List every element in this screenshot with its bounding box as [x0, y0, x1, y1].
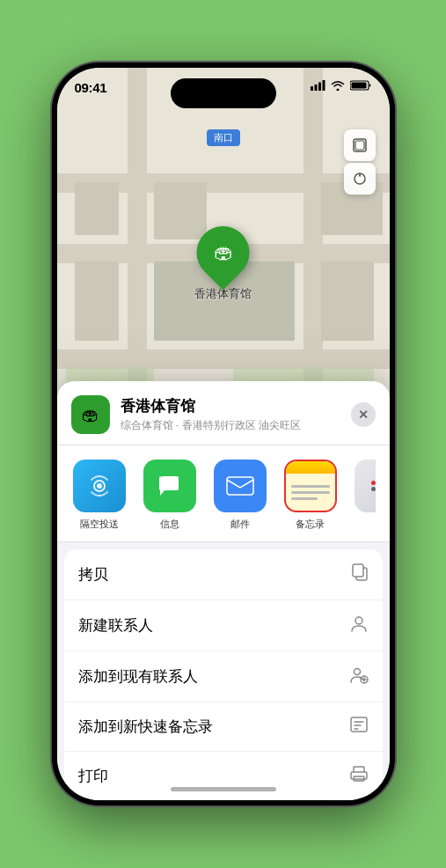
- new-contact-icon: [349, 614, 369, 637]
- status-icons: [311, 80, 372, 91]
- action-add-note-label: 添加到新快速备忘录: [78, 717, 349, 737]
- action-new-contact[interactable]: 新建联系人: [64, 600, 383, 651]
- dynamic-island: [171, 78, 276, 108]
- messages-icon: [143, 460, 196, 512]
- venue-icon: 🏟: [71, 395, 110, 434]
- share-app-messages[interactable]: 信息: [142, 460, 198, 531]
- pin-icon: 🏟: [214, 241, 233, 264]
- svg-rect-11: [227, 477, 253, 495]
- action-add-existing[interactable]: 添加到现有联系人: [64, 651, 383, 702]
- copy-icon: [351, 563, 369, 586]
- more-dots: [355, 460, 376, 512]
- svg-rect-2: [318, 83, 321, 92]
- status-time: 09:41: [75, 80, 107, 95]
- share-app-notes[interactable]: 备忘录: [282, 460, 339, 531]
- layers-icon: [352, 137, 368, 153]
- map-north-label: 南口: [207, 129, 240, 146]
- add-contact-icon: [349, 665, 369, 688]
- pin-circle: 🏟: [186, 216, 260, 291]
- airdrop-label: 隔空投送: [80, 518, 119, 531]
- bottom-sheet: 🏟 香港体育馆 综合体育馆 · 香港特别行政区 油尖旺区 ✕: [57, 381, 390, 800]
- more-icon: [355, 460, 376, 512]
- share-app-more[interactable]: 提: [353, 460, 376, 531]
- action-new-contact-label: 新建联系人: [78, 615, 349, 636]
- share-row: 隔空投送 信息: [57, 445, 390, 542]
- svg-rect-7: [355, 141, 364, 150]
- venue-header: 🏟 香港体育馆 综合体育馆 · 香港特别行政区 油尖旺区 ✕: [57, 381, 390, 445]
- action-copy-label: 拷贝: [78, 564, 351, 585]
- map-label-prefix: 南口: [214, 132, 233, 143]
- compass-icon: [352, 171, 368, 187]
- phone-frame: 09:41: [52, 63, 395, 805]
- messages-label: 信息: [160, 518, 179, 531]
- airdrop-icon: [73, 460, 126, 512]
- svg-rect-1: [314, 85, 317, 91]
- print-icon: [349, 765, 369, 787]
- svg-rect-19: [351, 717, 367, 732]
- airdrop-svg: [86, 473, 113, 499]
- mail-icon: [214, 460, 267, 512]
- map-layers-button[interactable]: [344, 129, 376, 161]
- venue-name: 香港体育馆: [121, 396, 344, 416]
- share-app-airdrop[interactable]: 隔空投送: [71, 460, 128, 531]
- phone-screen: 09:41: [57, 68, 390, 800]
- action-list: 拷贝 新建联系人: [64, 549, 383, 800]
- home-indicator: [171, 787, 276, 791]
- svg-point-10: [97, 483, 102, 489]
- action-add-existing-label: 添加到现有联系人: [78, 666, 349, 687]
- svg-rect-0: [311, 86, 313, 91]
- mail-svg: [225, 475, 255, 497]
- venue-info: 香港体育馆 综合体育馆 · 香港特别行政区 油尖旺区: [121, 396, 344, 433]
- notes-label: 备忘录: [296, 518, 325, 531]
- venue-description: 综合体育馆 · 香港特别行政区 油尖旺区: [121, 418, 344, 433]
- quick-note-icon: [349, 716, 369, 738]
- share-apps-list: 隔空投送 信息: [71, 460, 376, 534]
- signal-icon: [311, 80, 325, 91]
- battery-icon: [350, 80, 372, 91]
- close-button[interactable]: ✕: [351, 402, 376, 427]
- messages-svg: [157, 474, 183, 498]
- svg-rect-5: [351, 83, 366, 89]
- venue-icon-emoji: 🏟: [82, 405, 99, 425]
- share-app-mail[interactable]: 邮件: [212, 460, 268, 531]
- action-copy[interactable]: 拷贝: [64, 549, 383, 600]
- action-print-label: 打印: [78, 766, 349, 786]
- svg-rect-3: [322, 80, 325, 91]
- location-button[interactable]: [344, 163, 376, 195]
- notes-icon: [284, 460, 337, 512]
- svg-point-14: [355, 617, 362, 624]
- svg-rect-13: [353, 564, 363, 577]
- svg-point-15: [354, 669, 360, 675]
- map-controls: [344, 129, 376, 195]
- wifi-icon: [331, 80, 345, 91]
- action-print[interactable]: 打印: [64, 752, 383, 800]
- mail-label: 邮件: [230, 518, 250, 531]
- action-add-note[interactable]: 添加到新快速备忘录: [64, 702, 383, 752]
- location-pin[interactable]: 🏟 香港体育馆: [194, 226, 252, 302]
